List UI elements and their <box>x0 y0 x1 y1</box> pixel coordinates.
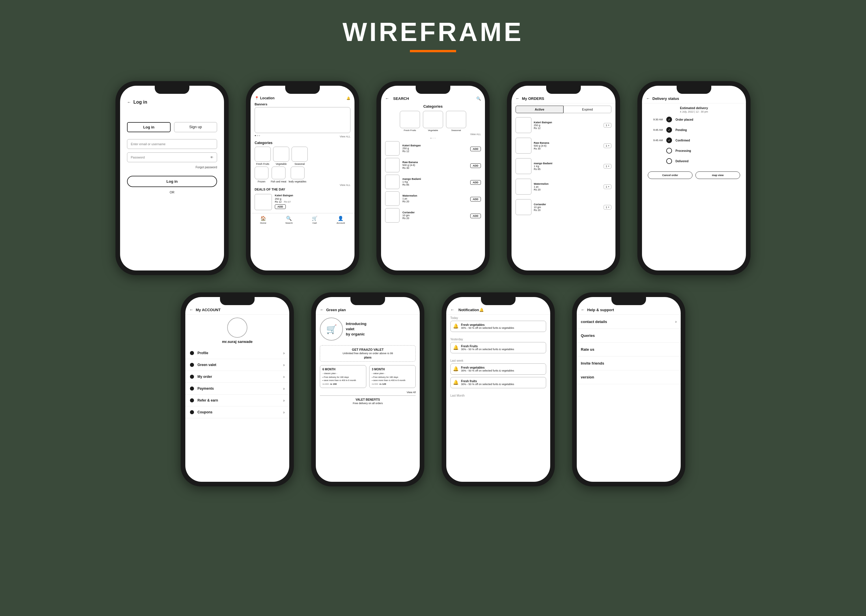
product-row-4: Watermelon 1 pc Rs 20 ADD <box>385 192 481 206</box>
timeline-step-5: Delivered <box>648 158 740 164</box>
search-icon-btn[interactable]: 🔍 <box>476 96 481 101</box>
search-cat-fresh[interactable]: Fresh Fruits <box>400 111 420 132</box>
notif-card-lastweek-1: 🔔 Fresh vegetables 30% - 50 % off on sel… <box>450 363 546 375</box>
auth-btn-row: Log in Sign up <box>127 122 217 132</box>
prod-weight-2: 500 g (4-6) <box>402 163 467 167</box>
notch-login <box>155 86 189 94</box>
intro-line1: Introducing <box>346 321 366 327</box>
prod-price-3: Rs 85 <box>402 183 467 186</box>
back-arrow-account-icon[interactable]: ← <box>189 307 193 312</box>
password-field[interactable]: Password 👁 <box>127 152 217 162</box>
menu-refer-earn[interactable]: Refer & earn › <box>185 394 289 407</box>
notif-desc-lastweek-1: 30% - 50 % off on selected furits & vege… <box>461 369 514 372</box>
location-label: 📍 Location <box>255 96 275 100</box>
menu-my-order[interactable]: My order › <box>185 371 289 383</box>
login-title: Log in <box>134 100 147 105</box>
cats-view-all[interactable]: View ALL <box>251 184 355 187</box>
plan2-title: 3 MONTH <box>372 368 413 371</box>
cancel-order-button[interactable]: Cancel order <box>648 171 693 179</box>
help-version[interactable]: version <box>577 370 681 384</box>
search-cat-veg[interactable]: Vegetable <box>423 111 443 132</box>
cat-seasonal[interactable]: Seasonal <box>292 147 308 165</box>
plan1-benefit2: • save more than rs 400 in 6 month <box>322 379 364 382</box>
qty-ctrl-3[interactable]: 1 + <box>604 164 611 168</box>
qty-ctrl-4[interactable]: 1 + <box>604 184 611 189</box>
search-cat-seasonal[interactable]: Seasonal <box>446 111 466 132</box>
notch-green <box>350 297 385 305</box>
nav-account[interactable]: 👤Account <box>336 215 345 224</box>
screen-search: ← SEARCH 🔍 Categories Fresh Fruits Veget… <box>381 94 485 267</box>
qty-ctrl-1[interactable]: 1 + <box>604 123 611 127</box>
back-arrow-delivery-icon[interactable]: ← <box>646 96 650 101</box>
timeline-dot-2: ✓ <box>666 127 672 133</box>
help-queries[interactable]: Queries <box>577 329 681 343</box>
qty-ctrl-2[interactable]: 1 + <box>604 143 611 148</box>
prod-add-1[interactable]: ADD <box>470 147 481 151</box>
back-arrow-green-icon[interactable]: ← <box>320 307 324 312</box>
fraazo-title: GET FRAAZO VALET <box>322 348 413 351</box>
phone-greenplan: ← Green plan 🛒 Introducing valet by orga… <box>311 292 424 486</box>
menu-green-valet[interactable]: Green valet › <box>185 359 289 371</box>
order-name-4: Watermelon <box>534 182 601 185</box>
help-title: Help & support <box>587 308 614 312</box>
bell-icon[interactable]: 🔔 <box>346 96 350 100</box>
add-button[interactable]: ADD <box>275 204 286 209</box>
back-arrow-notif-icon[interactable]: ← <box>450 307 454 312</box>
notif-content-lastweek-2: Fresh fruits 30% - 50 % off on selected … <box>461 380 514 386</box>
order-price-3: Rs 85 <box>534 168 601 171</box>
email-field[interactable]: Enter email or username <box>127 139 217 149</box>
deal-item: Kateri Baingan 250 g Rs 12 Rs 17 ADD <box>251 192 355 212</box>
prod-add-2[interactable]: ADD <box>470 163 481 168</box>
fraazo-box: GET FRAAZO VALET Unlimited free delivery… <box>320 345 416 362</box>
order-img-2 <box>516 138 531 154</box>
help-header: ← Help & support <box>577 305 681 315</box>
cat-fresh-fruits[interactable]: Fresh Fruits <box>255 147 271 165</box>
login-button[interactable]: Log in <box>127 122 171 132</box>
cat-fish-meat[interactable]: Fish and meat <box>271 167 286 183</box>
notch-orders <box>546 86 581 94</box>
login-full-button[interactable]: Log in <box>127 176 217 187</box>
prod-add-5[interactable]: ADD <box>470 214 481 218</box>
plan-6month[interactable]: 6 MONTH - classic plan - • Free delivery… <box>320 365 366 388</box>
plan-3month[interactable]: 3 MONTH - value plan - • Free delivery f… <box>369 365 416 388</box>
prod-name-2: Raw Banana <box>402 161 467 163</box>
green-view-all[interactable]: View All <box>316 391 420 394</box>
signup-button[interactable]: Sign up <box>174 122 217 132</box>
page-header: WIREFRAME <box>0 0 866 64</box>
home-top-bar: 📍 Location 🔔 <box>251 94 355 102</box>
help-contact[interactable]: contact details › <box>577 315 681 329</box>
help-invite[interactable]: Invite friends <box>577 357 681 370</box>
tab-expired[interactable]: Expired <box>563 106 611 113</box>
forgot-password-link[interactable]: Forgot password <box>127 166 217 169</box>
cat-leafy[interactable]: leafy vegetables <box>289 167 306 183</box>
prod-img-1 <box>385 141 399 156</box>
cat-frozen[interactable]: Frozen <box>255 167 269 183</box>
menu-payments[interactable]: Payments › <box>185 383 289 394</box>
prod-add-3[interactable]: ADD <box>470 180 481 185</box>
plan2-new-price: rs 129 <box>379 383 386 385</box>
help-rate-us[interactable]: Rate us <box>577 343 681 357</box>
back-arrow-help-icon[interactable]: ← <box>581 307 585 312</box>
map-view-button[interactable]: map view <box>695 171 740 179</box>
qty-ctrl-5[interactable]: 1 + <box>604 205 611 209</box>
menu-dot-green-valet <box>190 363 194 367</box>
menu-profile[interactable]: Profile › <box>185 347 289 359</box>
order-item-2: Raw Banana 500 g (4-6) Rs 30 1 + <box>511 136 615 155</box>
nav-cart[interactable]: 🛒Cart <box>312 215 317 224</box>
plan2-old-price: rs 999 <box>372 383 378 385</box>
tab-active[interactable]: Active <box>516 106 563 113</box>
menu-coupons[interactable]: Coupons › <box>185 407 289 418</box>
nav-home[interactable]: 🏠Home <box>260 215 266 224</box>
timeline-step-3: 9:45 AM ✓ Confirmed <box>648 137 740 143</box>
back-arrow-search-icon[interactable]: ← <box>385 96 389 101</box>
back-arrow-icon[interactable]: ← <box>127 100 131 104</box>
banner-view-all[interactable]: View ALL <box>340 135 350 138</box>
back-arrow-orders-icon[interactable]: ← <box>516 96 520 101</box>
nav-search[interactable]: 🔍Search <box>285 215 292 224</box>
cat-vegetable[interactable]: Vegetable <box>273 147 289 165</box>
timeline-dot-1: ✓ <box>666 116 672 123</box>
search-view-all[interactable]: View ALL <box>381 133 485 136</box>
prod-add-4[interactable]: ADD <box>470 197 481 201</box>
notif-desc-today-1: 30% - 50 % off on selected furits & vege… <box>461 327 514 329</box>
phones-row-2: ← My ACCOUNT mr.suraj sarwade Profile › … <box>0 292 866 504</box>
